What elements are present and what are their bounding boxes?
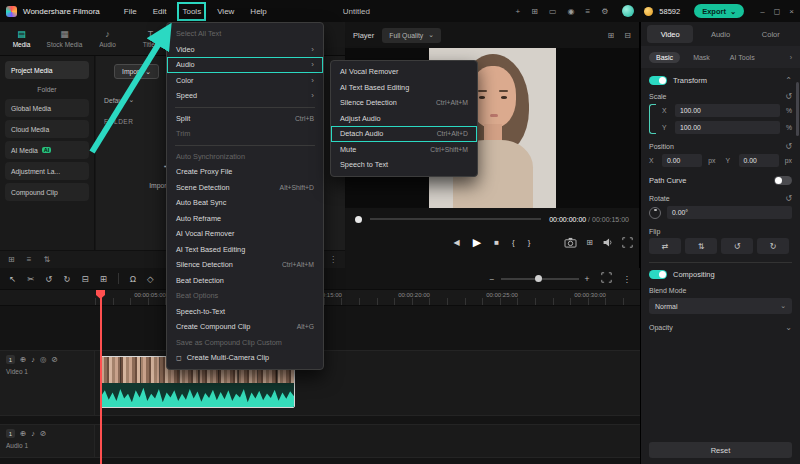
- tab-color[interactable]: Color: [748, 25, 794, 43]
- menu-item-create-multi-camera-clip[interactable]: ◻Create Multi-Camera Clip: [167, 350, 323, 366]
- menu-help[interactable]: Help: [250, 7, 266, 16]
- menu-item-video[interactable]: Video›: [167, 42, 323, 58]
- scrub-handle[interactable]: [355, 216, 362, 223]
- fit-timeline-icon[interactable]: [601, 272, 612, 285]
- fullscreen-icon[interactable]: [622, 237, 633, 248]
- rotate-cw-button[interactable]: ↻: [757, 238, 789, 254]
- menu-item-trim[interactable]: Trim: [167, 126, 323, 142]
- sidebar-item-folder[interactable]: Folder: [0, 82, 94, 96]
- mark-in-icon[interactable]: {: [512, 238, 515, 247]
- minimize-icon[interactable]: –: [760, 7, 764, 16]
- sidebar-item-cloud-media[interactable]: Cloud Media: [5, 120, 89, 138]
- menu-tools[interactable]: Tools: [182, 7, 201, 16]
- sidebar-item-ai-media[interactable]: AI Media AI: [5, 141, 89, 159]
- menu-item-speech-to-text[interactable]: Speech-to-Text: [167, 304, 323, 320]
- menu-item-color[interactable]: Color›: [167, 73, 323, 89]
- subtab-mask[interactable]: Mask: [686, 52, 717, 63]
- rotate-ccw-button[interactable]: ↺: [721, 238, 753, 254]
- submenu-item-speech-to-text[interactable]: Speech to Text: [331, 157, 477, 173]
- tab-audio[interactable]: ♪ Audio: [86, 22, 129, 55]
- sort-default-dropdown[interactable]: Default ⌄: [104, 96, 134, 104]
- mute-track-icon[interactable]: ♪: [31, 355, 35, 364]
- screen-record-icon[interactable]: ◉: [567, 7, 574, 16]
- snap-magnet-icon[interactable]: Ω: [130, 274, 136, 284]
- volume-icon[interactable]: [602, 237, 613, 248]
- transform-toggle[interactable]: [649, 76, 667, 85]
- menu-item-auto-reframe[interactable]: Auto Reframe: [167, 211, 323, 227]
- add-icon[interactable]: +: [516, 7, 521, 16]
- play-icon[interactable]: ▶: [473, 236, 481, 249]
- add-track-icon[interactable]: ⊕: [20, 429, 26, 438]
- tab-stock-media[interactable]: ▦ Stock Media: [43, 22, 86, 55]
- zoom-slider-knob[interactable]: [535, 275, 542, 282]
- submenu-item-detach-audio[interactable]: Detach AudioCtrl+Alt+D: [331, 126, 477, 142]
- submenu-item-adjust-audio[interactable]: Adjust Audio: [331, 111, 477, 127]
- stop-icon[interactable]: ■: [494, 238, 499, 247]
- subtab-ai-tools[interactable]: AI Tools: [723, 52, 762, 63]
- zoom-out-icon[interactable]: −: [490, 274, 495, 284]
- menu-view[interactable]: View: [217, 7, 234, 16]
- position-y-input[interactable]: 0.00: [739, 154, 779, 167]
- menu-item-silence-detection[interactable]: Silence DetectionCtrl+Alt+M: [167, 257, 323, 273]
- snapshot-icon[interactable]: [564, 237, 577, 248]
- rotate-input[interactable]: 0.00°: [667, 206, 792, 219]
- scale-link-icon[interactable]: [649, 104, 656, 134]
- close-icon[interactable]: ×: [789, 7, 794, 16]
- crop-tool-icon[interactable]: ⊞: [100, 274, 107, 284]
- submenu-item-ai-text-based-editing[interactable]: AI Text Based Editing: [331, 80, 477, 96]
- menu-item-beat-detection[interactable]: Beat Detection: [167, 273, 323, 289]
- blend-mode-dropdown[interactable]: Normal ⌄: [649, 298, 792, 314]
- path-curve-toggle[interactable]: [774, 176, 792, 185]
- submenu-item-ai-vocal-remover[interactable]: AI Vocal Remover: [331, 64, 477, 80]
- zoom-slider[interactable]: [501, 278, 579, 280]
- compositing-toggle[interactable]: [649, 270, 667, 279]
- scrub-track[interactable]: [370, 218, 541, 220]
- user-avatar[interactable]: [622, 5, 634, 17]
- submenu-item-mute[interactable]: MuteCtrl+Shift+M: [331, 142, 477, 158]
- menu-item-audio[interactable]: Audio›: [167, 57, 323, 73]
- more-icon[interactable]: ⋮: [623, 274, 632, 284]
- menu-item-speed[interactable]: Speed›: [167, 88, 323, 104]
- sidebar-item-adjustment-layer[interactable]: Adjustment La...: [5, 162, 89, 180]
- hide-track-icon[interactable]: ◎: [40, 355, 47, 364]
- menu-item-ai-text-based-editing[interactable]: AI Text Based Editing: [167, 242, 323, 258]
- redo-icon[interactable]: ↻: [63, 274, 70, 284]
- scrollbar[interactable]: [796, 82, 799, 136]
- maximize-icon[interactable]: ◻: [774, 7, 781, 16]
- add-track-icon[interactable]: ⊕: [20, 355, 26, 364]
- crop-icon[interactable]: ⊞: [586, 238, 593, 247]
- flip-vertical-button[interactable]: ⇅: [685, 238, 717, 254]
- menu-item-select-all-text[interactable]: Select All Text: [167, 26, 323, 42]
- menu-item-scene-detection[interactable]: Scene DetectionAlt+Shift+D: [167, 180, 323, 196]
- collapse-icon[interactable]: ⌃: [785, 76, 792, 85]
- list-view-icon[interactable]: ≡: [27, 255, 32, 264]
- list-icon[interactable]: ≡: [585, 7, 590, 16]
- previous-frame-icon[interactable]: ◀: [454, 238, 460, 247]
- position-x-input[interactable]: 0.00: [662, 154, 702, 167]
- grid-view-icon[interactable]: ⊞: [8, 255, 15, 264]
- layout-grid-icon[interactable]: ⊞: [608, 31, 615, 40]
- zoom-in-icon[interactable]: +: [585, 274, 590, 284]
- sidebar-item-global-media[interactable]: Global Media: [5, 99, 89, 117]
- expand-icon[interactable]: ⌄: [785, 323, 792, 332]
- undo-icon[interactable]: ↺: [45, 274, 52, 284]
- menu-file[interactable]: File: [124, 7, 137, 16]
- sort-icon[interactable]: ⇅: [43, 255, 50, 264]
- rotate-reset-icon[interactable]: ↺: [785, 194, 792, 203]
- razor-tool-icon[interactable]: ✂: [27, 274, 34, 284]
- playhead[interactable]: [100, 290, 102, 464]
- tab-video[interactable]: Video: [647, 25, 693, 43]
- more-icon[interactable]: ⋮: [329, 255, 337, 264]
- submenu-item-silence-detection[interactable]: Silence DetectionCtrl+Alt+M: [331, 95, 477, 111]
- menu-item-beat-options[interactable]: Beat Options: [167, 288, 323, 304]
- sidebar-item-project-media[interactable]: Project Media: [5, 61, 89, 79]
- mark-out-icon[interactable]: }: [528, 238, 531, 247]
- layout-split-icon[interactable]: ⊟: [624, 31, 631, 40]
- tab-media[interactable]: ▤ Media: [0, 22, 43, 55]
- scale-reset-icon[interactable]: ↺: [785, 92, 792, 101]
- menu-item-auto-synchronization[interactable]: Auto Synchronization: [167, 149, 323, 165]
- keyframe-icon[interactable]: ◇: [147, 274, 154, 284]
- mute-track-icon[interactable]: ♪: [31, 429, 35, 438]
- tab-audio-props[interactable]: Audio: [697, 25, 743, 43]
- menu-item-create-compound-clip[interactable]: Create Compound ClipAlt+G: [167, 319, 323, 335]
